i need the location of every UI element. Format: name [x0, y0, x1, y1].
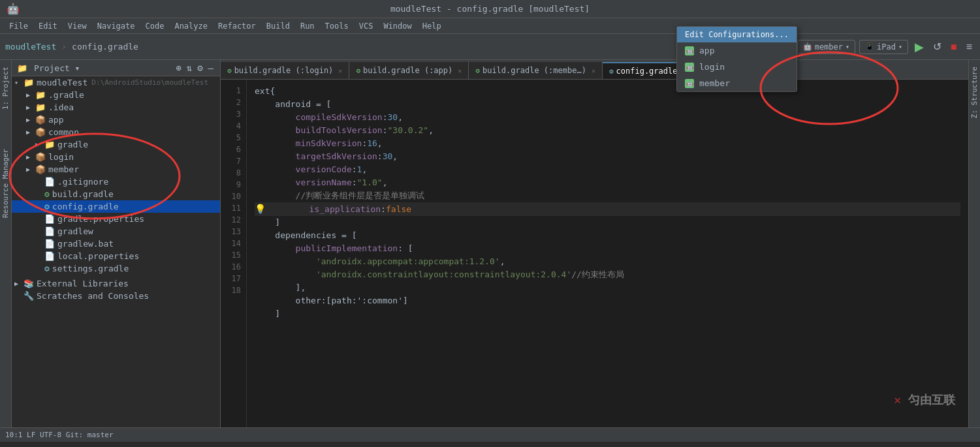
refresh-button[interactable]: ↺ [930, 39, 944, 54]
dropdown-item-app[interactable]: 🤖 app [677, 42, 797, 59]
menu-item-navigate[interactable]: Navigate [93, 20, 139, 32]
item-label: build.gradle [52, 189, 114, 199]
menu-item-vcs[interactable]: VCS [355, 20, 377, 32]
menu-item-run[interactable]: Run [296, 20, 319, 32]
dropdown-member-label: member [699, 78, 730, 88]
menu-item-help[interactable]: Help [419, 20, 445, 32]
menu-item-code[interactable]: Code [142, 20, 168, 32]
minimize-icon[interactable]: — [207, 63, 215, 73]
settings-icon[interactable]: ⚙ [196, 63, 204, 73]
code-line-4: buildToolsVersion : "30.0.2" , [255, 124, 960, 137]
menu-item-window[interactable]: Window [379, 20, 415, 32]
device-selector[interactable]: 📱 iPad ▾ [859, 40, 908, 54]
breadcrumb-root[interactable]: moudleTest [5, 42, 56, 52]
breadcrumb-sep: › [61, 42, 67, 52]
menu-item-view[interactable]: View [64, 20, 91, 32]
code-line-6: targetSdkVersion : 30 , [255, 150, 960, 163]
item-label: gradlew.bat [57, 239, 114, 249]
tree-item-gitignore[interactable]: ▶ 📄 .gitignore [12, 176, 220, 188]
watermark: ✕ 匀由互联 [894, 392, 955, 408]
menu-item-refactor[interactable]: Refactor [214, 20, 260, 32]
tree-item-external-libs[interactable]: ▶ 📚 External Libraries [12, 277, 220, 290]
tree-item-buildgradle[interactable]: ▶ ⚙ build.gradle [12, 188, 220, 200]
locate-icon[interactable]: ⊕ [174, 63, 182, 73]
tree-item-login[interactable]: ▶ 📦 login [12, 151, 220, 163]
app-module-icon: 🤖 [685, 46, 694, 55]
close-icon[interactable]: ✕ [592, 67, 595, 74]
folder-icon: 📁 [17, 63, 27, 73]
tree-item-settings-gradle[interactable]: ▶ ⚙ settings.gradle [12, 262, 220, 275]
menu-item-tools[interactable]: Tools [321, 20, 353, 32]
item-label: app [48, 115, 63, 125]
item-label: member [48, 164, 79, 174]
code-line-15: 'androidx.constraintlayout:constraintlay… [255, 268, 960, 281]
tree-item-app[interactable]: ▶ 📦 app [12, 114, 220, 126]
member-icon: 📦 [35, 164, 46, 174]
chevron-down-icon: ▾ [846, 43, 849, 50]
arrow: ▶ [26, 153, 35, 161]
item-label: .idea [48, 102, 74, 112]
gradlewbat-icon: 📄 [44, 239, 55, 249]
gitignore-icon: 📄 [44, 177, 55, 187]
run-config-selector[interactable]: 🤖 member ▾ [797, 40, 855, 54]
menu-item-file[interactable]: File [5, 20, 32, 32]
stop-button[interactable]: ■ [948, 40, 960, 54]
login-icon: 📦 [35, 152, 46, 162]
tree-item-scratches[interactable]: ▶ 🔧 Scratches and Consoles [12, 290, 220, 302]
toolbar-right: 🔨 🤖 member ▾ 📱 iPad ▾ ▶ ↺ ■ ≡ [775, 39, 975, 55]
editor-area[interactable]: 1 2 3 4 5 6 7 8 9 10 11 12 13 14 15 16 1 [221, 80, 968, 427]
tab-label: config.gradle [616, 67, 678, 76]
editor-column: ⚙ build.gradle (:login) ✕ ⚙ build.gradle… [221, 60, 968, 427]
code-content[interactable]: ext{ android = [ compileSdkVersion : 30 … [247, 80, 968, 427]
sync-icon[interactable]: ⇅ [185, 63, 193, 73]
bulb-icon: 💡 [255, 202, 266, 216]
item-label: common [48, 127, 79, 137]
item-label: External Libraries [37, 279, 129, 288]
code-line-1: ext{ [255, 85, 960, 98]
run-dropdown: Edit Configurations... 🤖 app 🤖 login 🤖 m… [676, 26, 797, 92]
menu-button[interactable]: ≡ [964, 40, 975, 54]
edit-configurations[interactable]: Edit Configurations... [677, 27, 797, 42]
run-button[interactable]: ▶ [912, 39, 926, 55]
tree-item-member[interactable]: ▶ 📦 member [12, 163, 220, 176]
menu-item-edit[interactable]: Edit [35, 20, 61, 32]
tree-item-local-props[interactable]: ▶ 📄 local.properties [12, 250, 220, 262]
build-gradle-icon: ⚙ [44, 189, 50, 199]
app-icon: 📦 [35, 115, 46, 125]
tree-item-gradlewbat[interactable]: ▶ 📄 gradlew.bat [12, 238, 220, 250]
project-panel-label[interactable]: 1: Project [1, 67, 10, 110]
code-line-3: compileSdkVersion : 30 , [255, 111, 960, 124]
tree-item-idea[interactable]: ▶ 📁 .idea [12, 101, 220, 114]
dropdown-item-login[interactable]: 🤖 login [677, 59, 797, 75]
project-panel-header: 📁 Project ▾ ⊕ ⇅ ⚙ — [12, 60, 220, 76]
run-config-label: member [815, 42, 843, 52]
tree-item-common[interactable]: ▶ 📦 common [12, 126, 220, 138]
sidebar-labels-left: 1: Project Resource Manager [0, 60, 12, 427]
structure-label[interactable]: Z: Structure [970, 67, 979, 118]
tree-item-gradle-props[interactable]: ▶ 📄 gradle.properties [12, 213, 220, 225]
dropdown-item-member[interactable]: 🤖 member [677, 75, 797, 91]
tree-item-gradlew[interactable]: ▶ 📄 gradlew [12, 225, 220, 238]
device-icon: 📱 [865, 42, 874, 51]
menu-item-build[interactable]: Build [262, 20, 294, 32]
close-icon[interactable]: ✕ [338, 67, 342, 74]
tree-item-gradle-hidden[interactable]: ▶ 📁 .gradle [12, 89, 220, 101]
gradle-sub-icon: 📁 [44, 140, 55, 149]
code-line-5: minSdkVersion : 16 , [255, 137, 960, 150]
arrow: ▶ [26, 166, 35, 173]
tab-build-member[interactable]: ⚙ build.gradle (:membe…) ✕ [469, 62, 603, 79]
code-line-7: versionCode : 1 , [255, 163, 960, 176]
local-props-icon: 📄 [44, 251, 55, 261]
status-bar: 10:1 LF UTF-8 Git: master [0, 427, 980, 442]
close-icon[interactable]: ✕ [458, 67, 462, 74]
tree-item-gradle-sub[interactable]: ▶ 📁 gradle [12, 138, 220, 151]
tree-item-configgradle[interactable]: ▶ ⚙ config.gradle [12, 200, 220, 213]
arrow: ▶ [14, 280, 24, 287]
arrow: ▶ [26, 91, 35, 99]
menu-item-analyze[interactable]: Analyze [170, 20, 212, 32]
tab-build-app[interactable]: ⚙ build.gradle (:app) ✕ [349, 62, 469, 79]
tree-root[interactable]: ▾ 📁 moudleTest D:\AndroidStudio\moudleTe… [12, 76, 220, 89]
resource-manager-label[interactable]: Resource Manager [1, 149, 10, 218]
root-label: moudleTest [37, 78, 87, 87]
tab-build-login[interactable]: ⚙ build.gradle (:login) ✕ [221, 62, 349, 79]
